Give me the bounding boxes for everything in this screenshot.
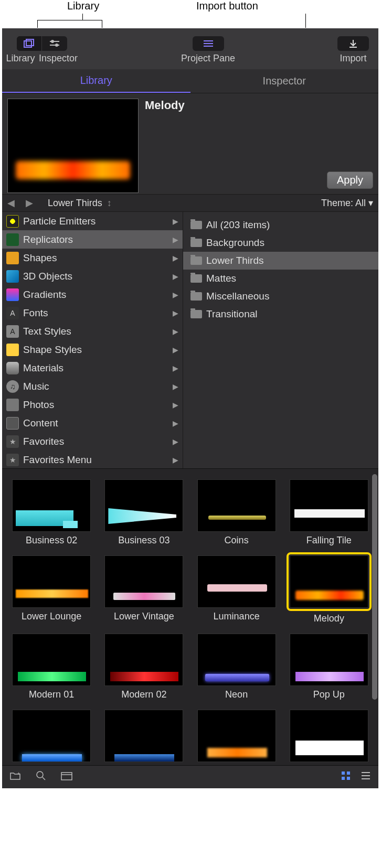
thumbnail-item[interactable] [100, 706, 188, 765]
category-row[interactable]: Shapes▶ [2, 249, 183, 267]
callout-import-label: Import button [196, 0, 258, 12]
preview-thumbnail [7, 99, 139, 193]
folder-row[interactable]: Mattes [183, 270, 378, 287]
category-icon: ★ [6, 435, 19, 448]
folder-row[interactable]: All (203 items) [183, 216, 378, 234]
svg-point-12 [37, 771, 43, 778]
scrollbar-thumb[interactable] [372, 474, 377, 700]
project-pane-button[interactable] [193, 36, 224, 51]
nav-breadcrumb[interactable]: Lower Thirds [48, 198, 102, 209]
svg-rect-1 [26, 39, 34, 46]
chevron-right-icon: ▶ [173, 456, 178, 464]
thumbnail-item[interactable]: Business 02 [7, 476, 96, 546]
category-row[interactable]: ★Favorites▶ [2, 432, 183, 451]
thumbnail-item[interactable]: Coins [193, 476, 281, 546]
category-icon [6, 252, 19, 264]
window-icon[interactable] [61, 771, 72, 783]
category-row[interactable]: ★Favorites Menu▶ [2, 451, 183, 468]
preview-row: Melody Apply [2, 93, 378, 194]
apply-button[interactable]: Apply [327, 172, 373, 189]
thumbnail-item[interactable] [285, 706, 373, 765]
folder-icon [190, 221, 202, 229]
folder-label: All (203 items) [206, 219, 270, 231]
new-folder-icon[interactable]: + [9, 771, 21, 783]
category-label: Particle Emitters [23, 216, 96, 227]
callout-overlay: Library Import button [0, 0, 392, 28]
thumbnail-item[interactable]: Lower Lounge [7, 552, 96, 624]
chevron-right-icon: ▶ [173, 272, 178, 281]
chevron-right-icon: ▶ [173, 309, 178, 317]
category-row[interactable]: Materials▶ [2, 359, 183, 377]
svg-rect-17 [347, 771, 350, 775]
grid-view-icon[interactable] [341, 770, 351, 784]
category-row[interactable]: Gradients▶ [2, 285, 183, 304]
thumbnail-image [197, 555, 276, 608]
library-inspector-toggle[interactable] [17, 36, 67, 51]
folder-row[interactable]: Miscellaneous [183, 287, 378, 305]
nav-sort-icon[interactable]: ↕ [104, 198, 112, 209]
thumbnail-label: Modern 01 [29, 689, 74, 700]
thumbnail-item[interactable] [193, 706, 281, 765]
panel-tabs: Library Inspector [2, 69, 378, 93]
folder-column[interactable]: All (203 items)BackgroundsLower ThirdsMa… [183, 212, 378, 468]
thumbnail-label: Pop Up [313, 689, 345, 700]
category-row[interactable]: Photos▶ [2, 395, 183, 414]
tab-library[interactable]: Library [2, 69, 190, 93]
folder-row[interactable]: Transitional [183, 305, 378, 323]
folder-icon [190, 292, 202, 301]
thumbnail-grid[interactable]: Business 02Business 03CoinsFalling TileL… [7, 476, 373, 765]
list-view-icon[interactable] [361, 770, 371, 784]
thumbnail-label: Business 02 [26, 535, 77, 546]
folder-icon [190, 239, 202, 247]
thumbnail-item[interactable]: Modern 01 [7, 630, 96, 700]
thumbnail-image [104, 710, 183, 762]
category-row[interactable]: ♫Music▶ [2, 377, 183, 395]
thumbnail-image [104, 555, 183, 608]
folder-row[interactable]: Lower Thirds [183, 252, 378, 270]
preview-title: Melody [145, 99, 373, 112]
chevron-right-icon: ▶ [173, 254, 178, 262]
folder-row[interactable]: Backgrounds [183, 234, 378, 252]
category-icon: A [6, 307, 19, 319]
thumbnail-item[interactable]: Business 03 [100, 476, 188, 546]
thumbnail-item[interactable]: Luminance [193, 552, 281, 624]
theme-filter[interactable]: Theme: All ▾ [321, 197, 373, 209]
thumbnail-item[interactable]: Melody [285, 552, 373, 624]
thumbnail-item[interactable]: Lower Vintage [100, 552, 188, 624]
category-label: Favorites Menu [23, 454, 92, 466]
thumbnail-item[interactable] [7, 706, 96, 765]
thumbnail-image [290, 710, 368, 762]
thumbnail-image [197, 710, 276, 762]
app-window: Library Inspector Project Pane Import Li… [2, 28, 378, 788]
thumbnail-item[interactable]: Neon [193, 630, 281, 700]
library-toggle-button[interactable] [17, 36, 42, 51]
search-icon[interactable] [36, 770, 46, 784]
thumbnail-image [12, 555, 91, 608]
category-row[interactable]: AFonts▶ [2, 304, 183, 322]
category-row[interactable]: Content▶ [2, 414, 183, 432]
category-row[interactable]: Shape Styles▶ [2, 340, 183, 359]
thumbnail-item[interactable]: Falling Tile [285, 476, 373, 546]
chevron-right-icon: ▶ [173, 437, 178, 446]
inspector-toggle-button[interactable] [42, 36, 67, 51]
chevron-right-icon: ▶ [173, 235, 178, 244]
category-row[interactable]: Particle Emitters▶ [2, 212, 183, 230]
category-label: Content [23, 417, 58, 429]
nav-back-forward[interactable]: ◀ ▶ [7, 197, 37, 209]
chevron-down-icon: ▾ [368, 198, 373, 208]
import-button[interactable] [337, 36, 369, 51]
category-column[interactable]: Particle Emitters▶Replicators▶Shapes▶3D … [2, 212, 183, 468]
thumbnail-label: Business 03 [118, 535, 169, 546]
chevron-right-icon: ▶ [173, 364, 178, 372]
thumbnail-item[interactable]: Modern 02 [100, 630, 188, 700]
thumbnail-item[interactable]: Pop Up [285, 630, 373, 700]
category-row[interactable]: Replicators▶ [2, 230, 183, 249]
folder-icon [190, 274, 202, 283]
category-icon: ★ [6, 454, 19, 466]
category-row[interactable]: 3D Objects▶ [2, 267, 183, 285]
tab-inspector[interactable]: Inspector [190, 69, 379, 93]
category-icon: A [6, 325, 19, 338]
svg-rect-18 [342, 777, 345, 780]
category-row[interactable]: AText Styles▶ [2, 322, 183, 340]
category-icon [6, 417, 19, 430]
